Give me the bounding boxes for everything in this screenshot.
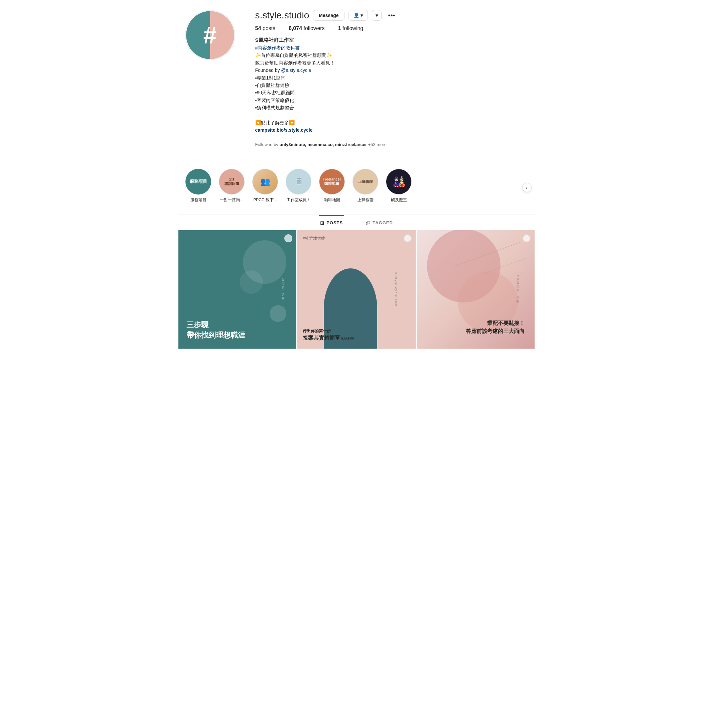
more-button[interactable]: ••• <box>386 10 398 21</box>
highlight-item[interactable]: 服務項目 服務項目 <box>185 169 212 203</box>
highlight-label: 一對一諮詢... <box>220 197 243 203</box>
post-item[interactable]: #社群放大鏡 跨出你的第一步 接案其實超簡單 ft.哈利熊 s-style-cy… <box>297 230 416 348</box>
decor-circle-tiny <box>270 305 286 322</box>
post-watermark: 格社群工作室 <box>280 278 285 300</box>
post-select-checkbox[interactable] <box>404 234 412 242</box>
follow-button[interactable]: 👤 ▾ <box>349 10 368 21</box>
highlight-item[interactable]: Treelancer咖啡地圖 咖啡地圖 <box>319 169 346 203</box>
decor-circle-small <box>240 271 263 294</box>
post-watermark: s-style-cycle.com <box>394 272 397 306</box>
dropdown-button[interactable]: ▾ <box>372 10 382 21</box>
tab-tagged[interactable]: 🏷 TAGGED <box>364 215 394 230</box>
message-button[interactable]: Message <box>313 10 344 21</box>
bio-line1: ✨首位專屬自媒體的私密社群顧問✨ <box>255 51 528 59</box>
bio-url[interactable]: campsite.bio/s.style.cycle <box>255 127 313 133</box>
profile-header: # s.style.studio Message 👤 ▾ ▾ ••• 54 <box>178 0 535 162</box>
bio-services: ▪專業1對1諮詢 ▪自媒體社群健檢 ▪90天私密社群顧問 ▪客製內容策略優化 ▪… <box>255 74 528 112</box>
highlight-label: 工作室成員！ <box>287 197 311 203</box>
tab-posts[interactable]: ⊞ POSTS <box>319 215 344 230</box>
highlight-circle: 服務項目 <box>185 169 211 194</box>
followers-stat[interactable]: 6,074 followers <box>289 25 325 31</box>
highlights-next-arrow[interactable]: › <box>522 183 532 192</box>
tabs-section: ⊞ POSTS 🏷 TAGGED <box>178 215 535 230</box>
tab-tagged-label: TAGGED <box>373 220 393 225</box>
bio-line2: 致力於幫助內容創作者被更多人看見！ <box>255 59 528 67</box>
followed-by: Followed by only3minute, msemma.co, minz… <box>255 141 528 148</box>
post-inner: #社群放大鏡 跨出你的第一步 接案其實超簡單 ft.哈利熊 s-style-cy… <box>297 230 416 348</box>
highlight-item[interactable]: 上班偷聊 上班偷聊 <box>352 169 379 203</box>
tagged-icon: 🏷 <box>365 220 370 226</box>
profile-top: # s.style.studio Message 👤 ▾ ▾ ••• 54 <box>185 10 528 148</box>
profile-info: s.style.studio Message 👤 ▾ ▾ ••• 54 post… <box>255 10 528 148</box>
tab-posts-label: POSTS <box>327 220 343 225</box>
highlight-circle: 🖥 <box>286 169 312 194</box>
post-inner: 三步驟帶你找到理想職涯 格社群工作室 <box>178 230 297 348</box>
highlight-label: PPCC 線下... <box>253 197 277 203</box>
bio-founded: Founded by @s.style.cycle <box>255 67 528 74</box>
highlights-scroll[interactable]: 服務項目 服務項目 1:1諮詢回饋 一對一諮詢... 👥 PPCC 線下... … <box>185 166 528 206</box>
post-watermark: S風格社群工作室 <box>516 275 520 303</box>
highlights-section: 服務項目 服務項目 1:1諮詢回饋 一對一諮詢... 👥 PPCC 線下... … <box>178 162 535 213</box>
post-inner: 業配不要亂接！答應前該考慮的三大面向 S風格社群工作室 <box>417 230 535 348</box>
service-3: ▪90天私密社群顧問 <box>255 89 528 96</box>
following-stat[interactable]: 1 following <box>338 25 364 31</box>
highlight-item[interactable]: 🖥 工作室成員！ <box>285 169 312 203</box>
bio-founded-link[interactable]: @s.style.cycle <box>281 67 311 73</box>
post-text: 業配不要亂接！答應前該考慮的三大面向 <box>466 319 525 335</box>
highlight-item[interactable]: 👥 PPCC 線下... <box>252 169 279 203</box>
posts-grid-icon: ⊞ <box>320 220 324 226</box>
highlight-circle: Treelancer咖啡地圖 <box>319 169 345 194</box>
bio-section: S風格社群工作室 #內容創作者的教科書 ✨首位專屬自媒體的私密社群顧問✨ 致力於… <box>255 36 528 148</box>
bio-cta: 🔽點此了解更多🔽 <box>255 119 528 126</box>
highlight-label: 咖啡地圖 <box>324 197 340 203</box>
post-select-checkbox[interactable] <box>284 234 292 242</box>
highlight-item[interactable]: 1:1諮詢回饋 一對一諮詢... <box>219 169 245 203</box>
posts-stat[interactable]: 54 posts <box>255 25 276 31</box>
post-text: 三步驟帶你找到理想職涯 <box>186 320 289 341</box>
highlight-circle: 上班偷聊 <box>352 169 378 194</box>
highlight-circle: 👥 <box>252 169 278 194</box>
bio-hashtag-link[interactable]: #內容創作者的教科書 <box>255 45 300 51</box>
follow-dropdown-icon: ▾ <box>361 13 363 18</box>
stats-row: 54 posts 6,074 followers 1 following <box>255 25 528 31</box>
highlight-label: 觸及魔王 <box>391 197 407 203</box>
username: s.style.studio <box>255 10 309 21</box>
highlight-label: 上班偷聊 <box>358 197 374 203</box>
post-item[interactable]: 三步驟帶你找到理想職涯 格社群工作室 <box>178 230 297 348</box>
post-hashtag: #社群放大鏡 <box>303 236 325 241</box>
avatar-symbol: # <box>203 23 216 47</box>
service-1: ▪專業1對1諮詢 <box>255 74 528 82</box>
highlight-circle: 1:1諮詢回饋 <box>219 169 245 194</box>
post-text: 跨出你的第一步 接案其實超簡單 ft.哈利熊 <box>303 328 354 342</box>
highlight-circle: 🎎 <box>386 169 412 194</box>
service-5: ▪獲利模式規劃整合 <box>255 104 528 111</box>
highlight-label: 服務項目 <box>191 197 206 203</box>
posts-grid: 三步驟帶你找到理想職涯 格社群工作室 #社群放大鏡 跨出你的第一步 接案其實超簡… <box>178 230 535 348</box>
service-4: ▪客製內容策略優化 <box>255 97 528 104</box>
person-icon: 👤 <box>354 13 359 18</box>
username-row: s.style.studio Message 👤 ▾ ▾ ••• <box>255 10 528 21</box>
bio-name: S風格社群工作室 <box>255 36 528 44</box>
avatar[interactable]: # <box>185 10 235 60</box>
highlight-item[interactable]: 🎎 觸及魔王 <box>386 169 412 203</box>
service-2: ▪自媒體社群健檢 <box>255 82 528 89</box>
post-item[interactable]: 業配不要亂接！答應前該考慮的三大面向 S風格社群工作室 <box>417 230 535 348</box>
post-select-checkbox[interactable] <box>522 234 531 242</box>
